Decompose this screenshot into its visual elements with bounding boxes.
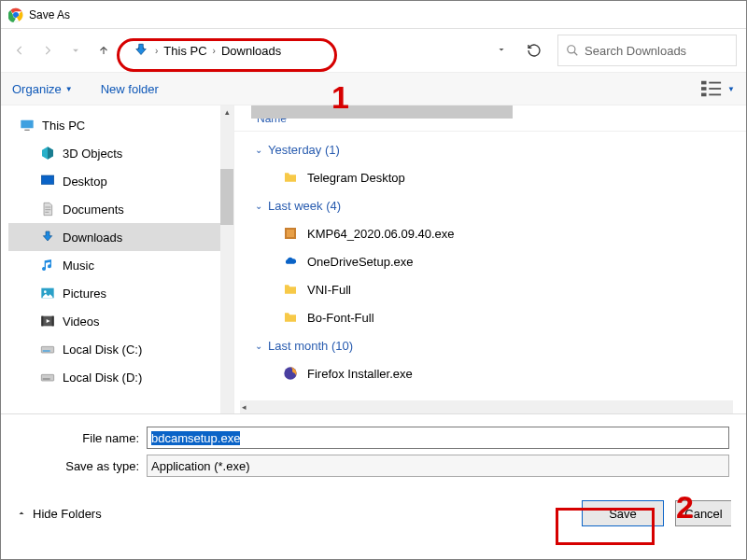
music-icon [40, 258, 55, 273]
svg-rect-19 [43, 350, 50, 351]
onedrive-icon [283, 254, 298, 269]
svg-rect-17 [52, 316, 54, 327]
folder-icon [283, 310, 298, 325]
titlebar: Save As [1, 1, 746, 29]
tree-item-videos[interactable]: Videos [8, 307, 233, 335]
tree-item-documents[interactable]: Documents [8, 195, 233, 223]
folder-icon [283, 170, 298, 185]
recent-dropdown[interactable] [66, 41, 85, 60]
view-dropdown-icon[interactable]: ▼ [727, 85, 735, 93]
group-lastmonth[interactable]: ⌄Last month (10) [247, 331, 746, 359]
list-item[interactable]: OneDriveSetup.exe [247, 247, 746, 275]
svg-rect-5 [701, 93, 707, 97]
svg-point-14 [44, 290, 47, 293]
list-item[interactable]: Bo-Font-Full [247, 303, 746, 331]
videos-icon [40, 314, 55, 329]
svg-rect-9 [21, 120, 33, 129]
chevron-down-icon: ⌄ [255, 145, 262, 155]
list-item[interactable]: KMP64_2020.06.09.40.exe [247, 219, 746, 247]
cube-icon [40, 146, 55, 161]
scrollbar-up-icon[interactable]: ▴ [220, 105, 233, 119]
chevron-down-icon: ⌄ [255, 341, 262, 351]
svg-rect-4 [701, 87, 707, 91]
up-button[interactable] [94, 41, 113, 60]
scroll-thumb[interactable] [220, 169, 233, 225]
svg-rect-3 [701, 81, 707, 85]
svg-rect-8 [709, 94, 721, 96]
pictures-icon [40, 286, 55, 301]
svg-rect-16 [41, 316, 43, 327]
chevron-right-icon: › [213, 46, 216, 56]
chrome-icon [8, 7, 23, 22]
chevron-up-icon [16, 508, 27, 519]
filename-input[interactable]: bdcamsetup.exe [147, 427, 729, 449]
save-fields: File name: bdcamsetup.exe Save as type: … [1, 413, 746, 487]
tree-item-disk-d[interactable]: Local Disk (D:) [8, 363, 233, 391]
search-input[interactable]: Search Downloads [557, 35, 737, 66]
chevron-right-icon: › [155, 46, 158, 56]
document-icon [40, 202, 55, 217]
search-placeholder: Search Downloads [585, 44, 686, 58]
tree-item-this-pc[interactable]: This PC [8, 111, 233, 139]
firefox-icon [283, 366, 298, 381]
filetype-select[interactable]: Application (*.exe) [147, 455, 729, 477]
horizontal-scrollbar[interactable] [240, 400, 733, 413]
svg-rect-7 [709, 88, 721, 90]
svg-rect-23 [287, 230, 294, 237]
filename-label: File name: [18, 431, 139, 445]
tree-item-disk-c[interactable]: Local Disk (C:) [8, 335, 233, 363]
disk-icon [40, 370, 55, 385]
address-history-dropdown[interactable] [492, 42, 511, 59]
folder-icon [283, 282, 298, 297]
sidebar: ▴ This PC 3D Objects Desktop Documents D… [1, 105, 234, 413]
group-lastweek[interactable]: ⌄Last week (4) [247, 191, 746, 219]
list-item[interactable]: Telegram Desktop [247, 163, 746, 191]
tree-item-desktop[interactable]: Desktop [8, 167, 233, 195]
downloads-icon [133, 42, 149, 59]
svg-point-2 [568, 46, 575, 53]
organize-menu[interactable]: Organize▼ [12, 82, 73, 96]
svg-rect-10 [24, 130, 29, 131]
svg-rect-6 [709, 82, 721, 84]
desktop-icon [40, 174, 55, 189]
chevron-down-icon: ⌄ [255, 201, 262, 211]
svg-rect-20 [41, 374, 53, 381]
downloads-icon [40, 230, 55, 245]
group-yesterday[interactable]: ⌄Yesterday (1) [247, 135, 746, 163]
disk-icon [40, 342, 55, 357]
breadcrumb-current[interactable]: Downloads [221, 44, 281, 58]
refresh-button[interactable] [520, 36, 548, 64]
svg-rect-11 [41, 175, 53, 184]
view-options-button[interactable] [701, 80, 722, 97]
scrollbar-left-icon[interactable]: ◂ [238, 400, 249, 413]
dialog-footer: Hide Folders Save Cancel [1, 487, 746, 539]
installer-icon [283, 226, 298, 241]
file-list-area: Name ⌄Yesterday (1) Telegram Desktop ⌄La… [234, 105, 746, 413]
back-button[interactable] [10, 41, 29, 60]
window-title: Save As [29, 8, 70, 21]
list-item[interactable]: VNI-Full [247, 275, 746, 303]
tree-item-music[interactable]: Music [8, 251, 233, 279]
annotation-callout-1: 1 [331, 79, 349, 116]
tree-item-pictures[interactable]: Pictures [8, 279, 233, 307]
list-item[interactable]: Firefox Installer.exe [247, 359, 746, 387]
tree-item-3d-objects[interactable]: 3D Objects [8, 139, 233, 167]
pc-icon [20, 118, 35, 133]
save-button[interactable]: Save [582, 500, 664, 526]
hide-folders-toggle[interactable]: Hide Folders [16, 507, 102, 521]
new-folder-button[interactable]: New folder [101, 82, 159, 96]
tree-item-downloads[interactable]: Downloads [8, 223, 233, 251]
annotation-callout-2: 2 [676, 489, 694, 525]
filetype-label: Save as type: [18, 459, 139, 473]
breadcrumb-root[interactable]: This PC [163, 44, 206, 58]
svg-rect-21 [43, 378, 50, 379]
toolbar: Organize▼ New folder ▼ [1, 72, 746, 105]
svg-rect-18 [41, 346, 53, 353]
scroll-thumb[interactable] [251, 105, 513, 119]
sidebar-scrollbar[interactable] [220, 105, 233, 413]
search-icon [566, 44, 579, 57]
address-bar[interactable]: › This PC › Downloads [122, 35, 483, 66]
nav-row: › This PC › Downloads Search Downloads [1, 29, 746, 72]
forward-button[interactable] [38, 41, 57, 60]
